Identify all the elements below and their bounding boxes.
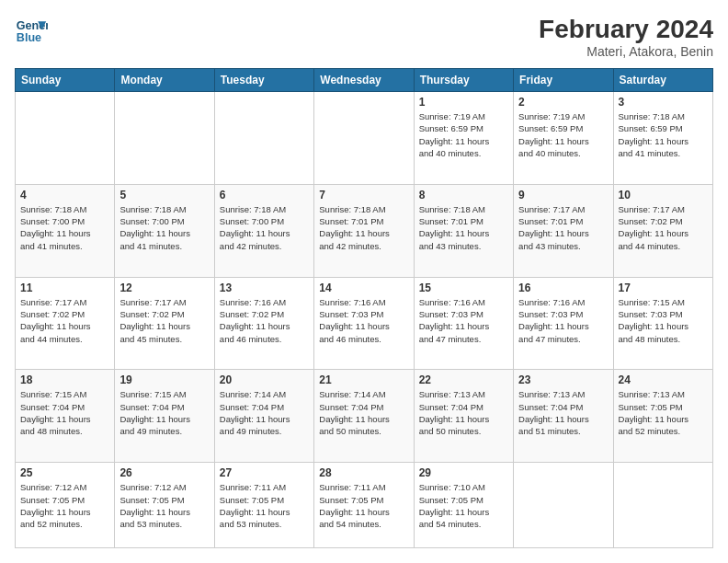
day-number: 14 [319, 282, 408, 294]
cell-content: Sunrise: 7:15 AM Sunset: 7:04 PM Dayligh… [20, 388, 109, 437]
calendar-cell: 19Sunrise: 7:15 AM Sunset: 7:04 PM Dayli… [115, 370, 214, 463]
calendar-cell: 2Sunrise: 7:19 AM Sunset: 6:59 PM Daylig… [514, 92, 613, 185]
cell-content: Sunrise: 7:19 AM Sunset: 6:59 PM Dayligh… [518, 110, 608, 159]
calendar-cell: 4Sunrise: 7:18 AM Sunset: 7:00 PM Daylig… [16, 184, 115, 277]
day-number: 17 [619, 282, 708, 294]
week-row-1: 1Sunrise: 7:19 AM Sunset: 6:59 PM Daylig… [16, 92, 713, 185]
calendar-cell: 1Sunrise: 7:19 AM Sunset: 6:59 PM Daylig… [414, 92, 513, 185]
calendar-cell: 14Sunrise: 7:16 AM Sunset: 7:03 PM Dayli… [314, 277, 414, 370]
cell-content: Sunrise: 7:18 AM Sunset: 7:00 PM Dayligh… [20, 203, 109, 252]
day-number: 16 [518, 282, 608, 294]
day-number: 11 [20, 282, 109, 294]
calendar-cell: 9Sunrise: 7:17 AM Sunset: 7:01 PM Daylig… [514, 184, 613, 277]
cell-content: Sunrise: 7:14 AM Sunset: 7:04 PM Dayligh… [319, 388, 408, 437]
cell-content: Sunrise: 7:13 AM Sunset: 7:04 PM Dayligh… [518, 388, 608, 437]
calendar-cell: 8Sunrise: 7:18 AM Sunset: 7:01 PM Daylig… [414, 184, 513, 277]
page: General Blue February 2024 Materi, Atako… [0, 0, 728, 563]
calendar-cell: 15Sunrise: 7:16 AM Sunset: 7:03 PM Dayli… [414, 277, 513, 370]
day-number: 6 [220, 189, 309, 201]
calendar-cell: 7Sunrise: 7:18 AM Sunset: 7:01 PM Daylig… [314, 184, 414, 277]
calendar-cell: 10Sunrise: 7:17 AM Sunset: 7:02 PM Dayli… [613, 184, 712, 277]
header: General Blue February 2024 Materi, Atako… [15, 15, 713, 59]
cell-content: Sunrise: 7:15 AM Sunset: 7:03 PM Dayligh… [619, 296, 708, 345]
subtitle: Materi, Atakora, Benin [539, 44, 713, 59]
day-number: 12 [119, 282, 209, 294]
calendar-header-saturday: Saturday [613, 69, 712, 92]
day-number: 9 [518, 189, 608, 201]
cell-content: Sunrise: 7:18 AM Sunset: 7:01 PM Dayligh… [419, 203, 508, 252]
day-number: 25 [20, 466, 109, 479]
cell-content: Sunrise: 7:13 AM Sunset: 7:04 PM Dayligh… [419, 388, 508, 437]
cell-content: Sunrise: 7:12 AM Sunset: 7:05 PM Dayligh… [119, 481, 209, 530]
calendar-cell [16, 92, 115, 185]
day-number: 21 [319, 373, 408, 386]
calendar-body: 1Sunrise: 7:19 AM Sunset: 6:59 PM Daylig… [16, 92, 713, 548]
day-number: 19 [119, 373, 209, 386]
cell-content: Sunrise: 7:18 AM Sunset: 6:59 PM Dayligh… [619, 110, 708, 159]
logo-icon: General Blue [15, 15, 48, 48]
calendar-cell: 20Sunrise: 7:14 AM Sunset: 7:04 PM Dayli… [214, 370, 313, 463]
day-number: 23 [518, 373, 608, 386]
day-number: 26 [119, 466, 209, 479]
calendar-cell: 27Sunrise: 7:11 AM Sunset: 7:05 PM Dayli… [214, 463, 313, 548]
calendar-cell: 13Sunrise: 7:16 AM Sunset: 7:02 PM Dayli… [214, 277, 313, 370]
calendar-cell: 28Sunrise: 7:11 AM Sunset: 7:05 PM Dayli… [314, 463, 414, 548]
calendar-cell: 22Sunrise: 7:13 AM Sunset: 7:04 PM Dayli… [414, 370, 513, 463]
calendar-cell: 29Sunrise: 7:10 AM Sunset: 7:05 PM Dayli… [414, 463, 513, 548]
cell-content: Sunrise: 7:11 AM Sunset: 7:05 PM Dayligh… [220, 481, 309, 530]
cell-content: Sunrise: 7:16 AM Sunset: 7:02 PM Dayligh… [220, 296, 309, 345]
logo: General Blue [15, 15, 48, 48]
week-row-5: 25Sunrise: 7:12 AM Sunset: 7:05 PM Dayli… [16, 463, 713, 548]
calendar-cell: 25Sunrise: 7:12 AM Sunset: 7:05 PM Dayli… [16, 463, 115, 548]
title-section: February 2024 Materi, Atakora, Benin [539, 15, 713, 59]
calendar-cell [613, 463, 712, 548]
day-number: 15 [419, 282, 508, 294]
day-number: 2 [518, 96, 608, 109]
day-number: 20 [220, 373, 309, 386]
calendar-cell: 5Sunrise: 7:18 AM Sunset: 7:00 PM Daylig… [115, 184, 214, 277]
cell-content: Sunrise: 7:12 AM Sunset: 7:05 PM Dayligh… [20, 481, 109, 530]
day-number: 27 [220, 466, 309, 479]
cell-content: Sunrise: 7:16 AM Sunset: 7:03 PM Dayligh… [518, 296, 608, 345]
day-number: 13 [220, 282, 309, 294]
day-number: 3 [619, 96, 708, 109]
calendar-header-sunday: Sunday [16, 69, 115, 92]
calendar-cell: 3Sunrise: 7:18 AM Sunset: 6:59 PM Daylig… [613, 92, 712, 185]
svg-text:Blue: Blue [17, 31, 41, 44]
calendar-cell: 21Sunrise: 7:14 AM Sunset: 7:04 PM Dayli… [314, 370, 414, 463]
calendar-cell: 17Sunrise: 7:15 AM Sunset: 7:03 PM Dayli… [613, 277, 712, 370]
cell-content: Sunrise: 7:17 AM Sunset: 7:02 PM Dayligh… [619, 203, 708, 252]
calendar-header-thursday: Thursday [414, 69, 513, 92]
day-number: 29 [419, 466, 508, 479]
cell-content: Sunrise: 7:16 AM Sunset: 7:03 PM Dayligh… [419, 296, 508, 345]
calendar-header-monday: Monday [115, 69, 214, 92]
day-number: 22 [419, 373, 508, 386]
day-number: 10 [619, 189, 708, 201]
cell-content: Sunrise: 7:18 AM Sunset: 7:01 PM Dayligh… [319, 203, 408, 252]
week-row-2: 4Sunrise: 7:18 AM Sunset: 7:00 PM Daylig… [16, 184, 713, 277]
cell-content: Sunrise: 7:17 AM Sunset: 7:01 PM Dayligh… [518, 203, 608, 252]
calendar-cell: 26Sunrise: 7:12 AM Sunset: 7:05 PM Dayli… [115, 463, 214, 548]
calendar-header-row: SundayMondayTuesdayWednesdayThursdayFrid… [16, 69, 713, 92]
calendar-header-friday: Friday [514, 69, 613, 92]
calendar-cell: 11Sunrise: 7:17 AM Sunset: 7:02 PM Dayli… [16, 277, 115, 370]
cell-content: Sunrise: 7:10 AM Sunset: 7:05 PM Dayligh… [419, 481, 508, 530]
calendar-cell [514, 463, 613, 548]
cell-content: Sunrise: 7:16 AM Sunset: 7:03 PM Dayligh… [319, 296, 408, 345]
calendar-cell [314, 92, 414, 185]
calendar-cell [115, 92, 214, 185]
cell-content: Sunrise: 7:14 AM Sunset: 7:04 PM Dayligh… [220, 388, 309, 437]
cell-content: Sunrise: 7:11 AM Sunset: 7:05 PM Dayligh… [319, 481, 408, 530]
calendar-cell: 6Sunrise: 7:18 AM Sunset: 7:00 PM Daylig… [214, 184, 313, 277]
week-row-4: 18Sunrise: 7:15 AM Sunset: 7:04 PM Dayli… [16, 370, 713, 463]
day-number: 4 [20, 189, 109, 201]
cell-content: Sunrise: 7:15 AM Sunset: 7:04 PM Dayligh… [119, 388, 209, 437]
cell-content: Sunrise: 7:19 AM Sunset: 6:59 PM Dayligh… [419, 110, 508, 159]
cell-content: Sunrise: 7:17 AM Sunset: 7:02 PM Dayligh… [20, 296, 109, 345]
calendar-cell: 23Sunrise: 7:13 AM Sunset: 7:04 PM Dayli… [514, 370, 613, 463]
day-number: 28 [319, 466, 408, 479]
day-number: 5 [119, 189, 209, 201]
calendar-table: SundayMondayTuesdayWednesdayThursdayFrid… [15, 68, 713, 548]
calendar-cell: 18Sunrise: 7:15 AM Sunset: 7:04 PM Dayli… [16, 370, 115, 463]
calendar-cell: 16Sunrise: 7:16 AM Sunset: 7:03 PM Dayli… [514, 277, 613, 370]
